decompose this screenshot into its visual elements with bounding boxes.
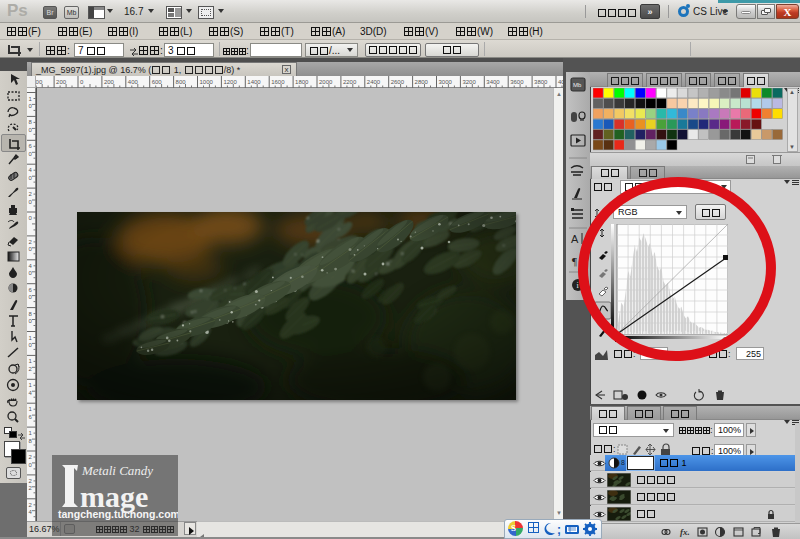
svg-text:2: 2: [29, 366, 33, 372]
svg-text:2200: 2200: [343, 79, 357, 85]
svg-text:0: 0: [29, 175, 33, 181]
svg-text:2: 2: [29, 478, 33, 484]
svg-text:6: 6: [29, 414, 33, 420]
svg-text:4: 4: [29, 167, 33, 173]
svg-text:1: 1: [29, 96, 33, 102]
svg-text:4: 4: [29, 390, 33, 396]
svg-text:0: 0: [29, 462, 33, 468]
svg-text:1: 1: [29, 382, 33, 388]
svg-text:2800: 2800: [415, 79, 429, 85]
svg-text:0: 0: [80, 79, 84, 85]
svg-text:1200: 1200: [223, 79, 237, 85]
svg-text:3600: 3600: [510, 79, 524, 85]
svg-text:6: 6: [29, 287, 33, 293]
svg-text:3800: 3800: [534, 79, 548, 85]
svg-text:0: 0: [29, 215, 33, 221]
svg-text:4: 4: [29, 263, 33, 269]
svg-text:2: 2: [29, 502, 33, 508]
svg-text:0: 0: [29, 127, 33, 133]
svg-text:Metali Candy: Metali Candy: [81, 463, 153, 478]
svg-text:1: 1: [29, 335, 33, 341]
svg-text:0: 0: [29, 342, 33, 348]
svg-text:2: 2: [29, 191, 33, 197]
svg-text:400: 400: [128, 79, 139, 85]
svg-text:1: 1: [29, 430, 33, 436]
svg-text:8: 8: [29, 438, 33, 444]
svg-text:1000: 1000: [200, 79, 214, 85]
svg-text:2: 2: [29, 454, 33, 460]
svg-text:2: 2: [29, 239, 33, 245]
svg-text:fx.: fx.: [680, 527, 690, 537]
svg-text:0: 0: [29, 246, 33, 252]
svg-text:0: 0: [29, 199, 33, 205]
svg-text:Mb: Mb: [573, 82, 582, 88]
svg-text:0: 0: [29, 318, 33, 324]
svg-text:2: 2: [29, 485, 33, 491]
svg-text:2600: 2600: [391, 79, 405, 85]
svg-text:600: 600: [152, 79, 163, 85]
svg-text:3200: 3200: [462, 79, 476, 85]
svg-text:8: 8: [29, 311, 33, 317]
svg-text:2000: 2000: [319, 79, 333, 85]
svg-text:1: 1: [29, 406, 33, 412]
svg-text:2400: 2400: [367, 79, 381, 85]
svg-text:0: 0: [29, 294, 33, 300]
svg-text:8: 8: [29, 119, 33, 125]
svg-text:6: 6: [29, 143, 33, 149]
svg-text:200: 200: [56, 79, 67, 85]
svg-text:1400: 1400: [247, 79, 261, 85]
svg-text:200: 200: [104, 79, 115, 85]
svg-text:0: 0: [29, 151, 33, 157]
svg-text:1600: 1600: [271, 79, 285, 85]
svg-text:3400: 3400: [486, 79, 500, 85]
svg-text:800: 800: [176, 79, 187, 85]
svg-text:4: 4: [29, 509, 33, 515]
svg-text:3000: 3000: [439, 79, 453, 85]
svg-text:0: 0: [29, 270, 33, 276]
svg-text:;: ;: [557, 523, 561, 537]
svg-text:tangcheng.tuchong.com: tangcheng.tuchong.com: [58, 508, 178, 520]
svg-text:1800: 1800: [295, 79, 309, 85]
svg-text:1: 1: [29, 358, 33, 364]
svg-text:0: 0: [29, 103, 33, 109]
